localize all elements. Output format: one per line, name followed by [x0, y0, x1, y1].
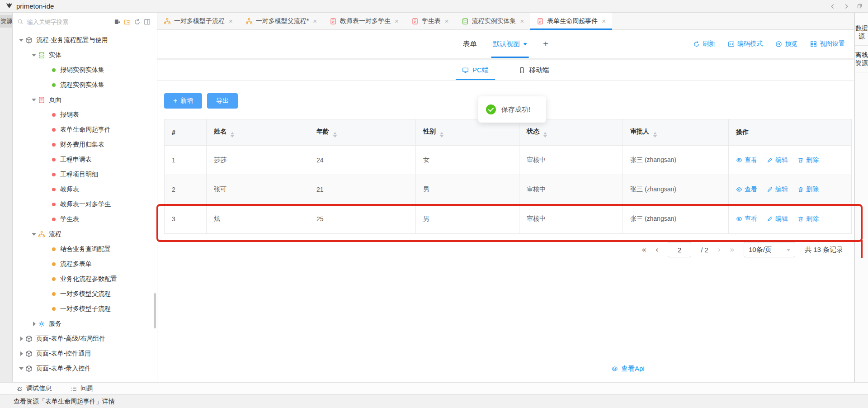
- action-code-button[interactable]: 编码模式: [728, 40, 763, 48]
- close-tab-icon[interactable]: ×: [445, 18, 449, 24]
- collapse-panel-icon[interactable]: [144, 19, 151, 25]
- editor-tab[interactable]: 流程实例实体集 ×: [455, 13, 531, 29]
- row-action-delete[interactable]: 删除: [797, 185, 819, 194]
- editor-tab[interactable]: 一对多模型子流程 ×: [157, 13, 239, 29]
- editor-tab[interactable]: 学生表 ×: [405, 13, 455, 29]
- row-action-edit[interactable]: 编辑: [767, 156, 788, 164]
- tree-item[interactable]: 报销实例实体集: [13, 62, 157, 77]
- tree-item[interactable]: 工程项目明细: [13, 167, 157, 182]
- caret-down-icon[interactable]: [17, 365, 25, 372]
- table-row[interactable]: 2张可21男审核中张三 (zhangsan)查看编辑删除: [165, 175, 852, 204]
- prev-page-button[interactable]: ‹: [656, 245, 658, 254]
- tree-item[interactable]: 实体: [13, 47, 157, 62]
- sort-icon[interactable]: [231, 132, 234, 138]
- table-row[interactable]: 1莎莎24女审核中张三 (zhangsan)查看编辑删除: [165, 146, 852, 175]
- action-grid-button[interactable]: 视图设置: [810, 40, 845, 48]
- export-button[interactable]: 导出: [207, 93, 238, 109]
- cell-name: 炫: [207, 204, 309, 234]
- first-page-button[interactable]: «: [642, 245, 646, 254]
- refresh-tree-icon[interactable]: [134, 19, 141, 25]
- editor-area: 一对多模型子流程 × 一对多模型父流程* × 教师表一对多学生 × 学生表 × …: [157, 13, 854, 382]
- editor-tab[interactable]: 教师表一对多学生 ×: [323, 13, 405, 29]
- debug-bar-issues[interactable]: 问题: [71, 384, 93, 393]
- tree-item[interactable]: 学生表: [13, 212, 157, 227]
- sort-icon[interactable]: [653, 132, 657, 138]
- dot-red-icon: [52, 203, 56, 206]
- tree-item[interactable]: 报销表: [13, 107, 157, 122]
- debug-bar: 调试信息 问题: [0, 382, 868, 394]
- caret-down-icon[interactable]: [17, 36, 25, 44]
- next-page-button[interactable]: ›: [718, 245, 721, 254]
- add-view-button[interactable]: +: [543, 39, 548, 49]
- editor-tab[interactable]: 表单生命周起事件 ×: [530, 13, 612, 29]
- total-pages-label: / 2: [701, 246, 708, 254]
- tree-item[interactable]: 页面-表单-高级/布局组件: [13, 331, 157, 346]
- activity-tab-resources[interactable]: 资源: [0, 15, 13, 28]
- action-preview-button[interactable]: 预览: [775, 40, 797, 48]
- ide-window: primeton-ide 资源: [0, 0, 868, 408]
- tree-item[interactable]: 流程: [13, 227, 157, 242]
- sort-icon[interactable]: [543, 132, 547, 138]
- row-action-delete[interactable]: 删除: [797, 215, 819, 223]
- last-page-button[interactable]: »: [730, 245, 734, 254]
- close-tab-icon[interactable]: ×: [602, 18, 606, 24]
- row-action-delete[interactable]: 删除: [797, 156, 819, 164]
- dot-orange-icon: [52, 247, 56, 251]
- tree-scrollbar[interactable]: [154, 293, 156, 328]
- row-action-eye[interactable]: 查看: [736, 215, 757, 223]
- tree-item[interactable]: 页面-表单-控件通用: [13, 346, 157, 361]
- tree-item[interactable]: 结合业务查询配置: [13, 242, 157, 256]
- caret-right-icon[interactable]: [30, 322, 38, 326]
- right-panel-tab[interactable]: 离线资源: [855, 46, 868, 72]
- row-action-edit[interactable]: 编辑: [767, 185, 788, 194]
- page-number-input[interactable]: 2: [668, 242, 691, 257]
- search-input[interactable]: [26, 18, 114, 26]
- tree-item[interactable]: 流程实例实体集: [13, 77, 157, 92]
- tree-item[interactable]: 流程多表单: [13, 256, 157, 271]
- right-panel-tab[interactable]: 数据源: [855, 19, 868, 46]
- caret-down-icon[interactable]: [30, 230, 38, 238]
- pagination: « ‹ 2 / 2 › » 10条/页 共 13 条记录: [642, 242, 843, 257]
- tree-item[interactable]: 页面: [13, 92, 157, 107]
- chevron-left-icon[interactable]: [830, 3, 836, 9]
- page-size-select[interactable]: 10条/页: [744, 242, 795, 257]
- view-selector[interactable]: 默认视图: [493, 30, 527, 58]
- view-api-link[interactable]: 查看Api: [611, 365, 645, 373]
- tree-item[interactable]: 流程-业务流程配置与使用: [13, 33, 157, 47]
- tree-item[interactable]: 教师表一对多学生: [13, 197, 157, 212]
- restore-window-icon[interactable]: [857, 3, 863, 9]
- tree-item[interactable]: 服务: [13, 316, 157, 331]
- row-action-edit[interactable]: 编辑: [767, 215, 788, 223]
- row-action-eye[interactable]: 查看: [736, 185, 757, 194]
- caret-down-icon[interactable]: [30, 51, 38, 59]
- caret-down-icon[interactable]: [30, 96, 38, 104]
- new-folder-icon[interactable]: [124, 19, 131, 25]
- tree-item[interactable]: 表单生命周起事件: [13, 122, 157, 137]
- table-row[interactable]: 3炫25男审核中张三 (zhangsan)查看编辑删除: [165, 204, 852, 234]
- close-tab-icon[interactable]: ×: [395, 18, 399, 24]
- caret-right-icon[interactable]: [17, 351, 25, 356]
- device-tab-phone[interactable]: 移动端: [519, 60, 549, 80]
- device-tab-monitor[interactable]: PC端: [462, 60, 489, 80]
- tree-item[interactable]: 财务费用归集表: [13, 137, 157, 152]
- form-tab[interactable]: 表单: [463, 40, 476, 48]
- locate-resource-icon[interactable]: [114, 19, 121, 25]
- tree-item[interactable]: 业务化流程参数配置: [13, 271, 157, 286]
- sort-icon[interactable]: [440, 132, 443, 138]
- action-refresh-button[interactable]: 刷新: [693, 40, 715, 48]
- add-button[interactable]: + 新增: [164, 93, 202, 109]
- close-tab-icon[interactable]: ×: [313, 18, 317, 24]
- tree-item[interactable]: 教师表: [13, 182, 157, 197]
- tree-item[interactable]: 一对多模型子流程: [13, 301, 157, 316]
- close-tab-icon[interactable]: ×: [520, 18, 524, 24]
- tree-item[interactable]: 工程申请表: [13, 152, 157, 167]
- chevron-right-icon[interactable]: [843, 3, 849, 9]
- tree-item[interactable]: 一对多模型父流程: [13, 286, 157, 301]
- row-action-eye[interactable]: 查看: [736, 156, 757, 164]
- close-tab-icon[interactable]: ×: [229, 18, 233, 24]
- sort-icon[interactable]: [333, 132, 337, 138]
- tree-item[interactable]: 页面-表单-录入控件: [13, 361, 157, 376]
- debug-bar-debug[interactable]: 调试信息: [16, 384, 52, 393]
- editor-tab[interactable]: 一对多模型父流程* ×: [239, 13, 323, 29]
- caret-right-icon[interactable]: [17, 337, 25, 341]
